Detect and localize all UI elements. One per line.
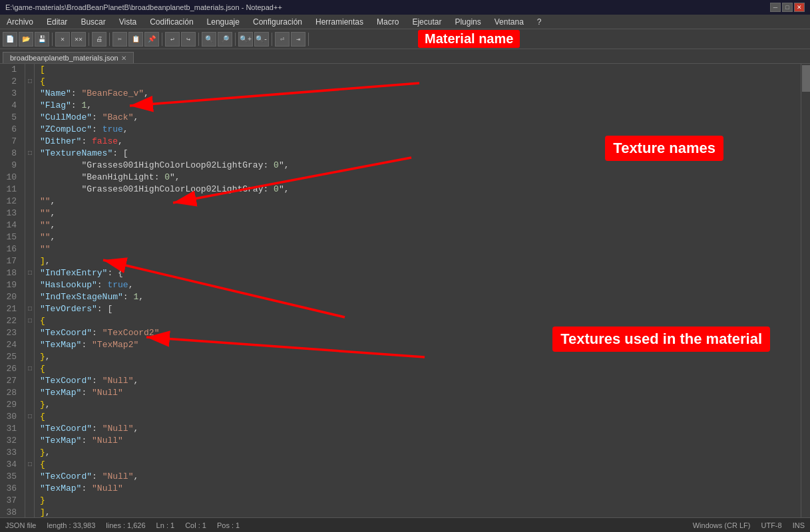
line-number: 2 (0, 76, 21, 88)
undo-button[interactable]: ↩ (165, 32, 180, 47)
status-lines: lines : 1,626 (106, 521, 145, 529)
line-number: 4 (0, 100, 21, 112)
maximize-button[interactable]: □ (782, 3, 793, 12)
fold-marker (25, 124, 35, 136)
new-button[interactable]: 📄 (3, 32, 17, 47)
menu-macro[interactable]: Macro (373, 16, 403, 28)
fold-marker (25, 112, 35, 124)
menu-herramientas[interactable]: Herramientas (311, 16, 367, 28)
code-line: "TexCoord": "Null", (40, 423, 795, 435)
menu-ejecutar[interactable]: Ejecutar (408, 16, 445, 28)
code-line: { (40, 76, 795, 88)
fold-marker (25, 339, 35, 351)
fold-marker (25, 172, 35, 184)
status-col: Col : 1 (185, 521, 206, 529)
fold-marker (25, 351, 35, 363)
scrollbar-thumb[interactable] (802, 65, 810, 92)
fold-marker (25, 100, 35, 112)
fold-marker (25, 471, 35, 483)
line-number: 29 (0, 399, 21, 411)
status-line-ending: Windows (CR LF) (693, 521, 751, 529)
fold-marker: □ (25, 363, 35, 375)
open-button[interactable]: 📂 (19, 32, 33, 47)
code-line: "" (40, 243, 795, 255)
line-number: 18 (0, 267, 21, 279)
code-line: ], (40, 507, 795, 517)
code-line: { (40, 459, 795, 471)
code-line: "", (40, 196, 795, 207)
line-number: 3 (0, 88, 21, 100)
status-bar: JSON file length : 33,983 lines : 1,626 … (0, 517, 810, 532)
fold-marker (25, 435, 35, 447)
code-line: }, (40, 351, 795, 363)
line-number: 35 (0, 471, 21, 483)
line-number: 28 (0, 387, 21, 399)
cut-button[interactable]: ✂ (112, 32, 127, 47)
save-button[interactable]: 💾 (35, 32, 49, 47)
fold-marker: □ (25, 303, 35, 315)
code-editor[interactable]: [{ "Name": "BeanFace_v", "Flag": 1, "Cul… (35, 64, 801, 517)
menu-codificacion[interactable]: Codificación (146, 16, 197, 28)
zoom-in-button[interactable]: 🔍+ (238, 32, 253, 47)
code-line: "Grasses001HighColorLoop02LightGray: 0", (40, 184, 795, 196)
menu-lenguaje[interactable]: Lenguaje (203, 16, 244, 28)
line-number: 30 (0, 411, 21, 423)
find-replace-button[interactable]: 🔎 (218, 32, 232, 47)
close-doc-button[interactable]: ✕ (55, 32, 70, 47)
close-button[interactable]: ✕ (794, 3, 805, 12)
code-line: "TexCoord": "Null", (40, 471, 795, 483)
copy-button[interactable]: 📋 (128, 32, 143, 47)
tab-close-icon[interactable]: ✕ (121, 55, 126, 62)
code-line: [ (40, 64, 795, 76)
line-number: 22 (0, 315, 21, 327)
code-line: "IndTexEntry": { (40, 267, 795, 279)
line-number: 8 (0, 148, 21, 160)
redo-button[interactable]: ↪ (181, 32, 196, 47)
fold-marker: □ (25, 411, 35, 423)
close-all-button[interactable]: ✕✕ (71, 32, 86, 47)
status-length: length : 33,983 (47, 521, 95, 529)
tab-main[interactable]: broadbeanplanetb_materials.json ✕ (3, 52, 134, 63)
code-line: ], (40, 255, 795, 267)
tab-label: broadbeanplanetb_materials.json (10, 54, 118, 62)
code-line: "TexCoord": "TexCoord2", (40, 327, 795, 339)
line-number: 14 (0, 219, 21, 231)
fold-marker (25, 483, 35, 495)
code-line: "Grasses001HighColorLoop02LightGray: 0", (40, 160, 795, 172)
code-line: "TevOrders": [ (40, 303, 795, 315)
fold-marker (25, 88, 35, 100)
line-number: 20 (0, 291, 21, 303)
fold-marker (25, 160, 35, 172)
line-number: 15 (0, 231, 21, 243)
toolbar: 📄 📂 💾 ✕ ✕✕ 🖨 ✂ 📋 📌 ↩ ↪ 🔍 🔎 🔍+ 🔍- ⏎ ⇥ Mat… (0, 29, 810, 49)
indent-button[interactable]: ⇥ (291, 32, 305, 47)
fold-marker (25, 243, 35, 255)
paste-button[interactable]: 📌 (144, 32, 159, 47)
title-text: E:\game-materials\BroadBeanPlanetB\broad… (5, 3, 282, 11)
fold-column: □□□□□□□□ (25, 64, 35, 517)
wrap-button[interactable]: ⏎ (275, 32, 290, 47)
menu-ventana[interactable]: Ventana (491, 16, 528, 28)
menu-editar[interactable]: Editar (43, 16, 71, 28)
code-line: "BeanHighLight: 0", (40, 172, 795, 184)
menu-plugins[interactable]: Plugins (451, 16, 485, 28)
menu-bar: Archivo Editar Buscar Vista Codificación… (0, 15, 810, 29)
menu-configuracion[interactable]: Configuración (249, 16, 306, 28)
menu-archivo[interactable]: Archivo (3, 16, 37, 28)
menu-help[interactable]: ? (533, 16, 546, 28)
line-number: 13 (0, 207, 21, 219)
code-line: "Dither": false, (40, 136, 795, 148)
line-number: 17 (0, 255, 21, 267)
zoom-out-button[interactable]: 🔍- (254, 32, 269, 47)
menu-vista[interactable]: Vista (115, 16, 140, 28)
scrollbar[interactable] (801, 64, 810, 517)
code-line: "IndTexStageNum": 1, (40, 291, 795, 303)
menu-buscar[interactable]: Buscar (77, 16, 109, 28)
minimize-button[interactable]: ─ (770, 3, 781, 12)
code-line: "TexCoord": "Null", (40, 375, 795, 387)
find-button[interactable]: 🔍 (202, 32, 216, 47)
print-button[interactable]: 🖨 (92, 32, 106, 47)
fold-marker (25, 447, 35, 459)
line-number: 33 (0, 447, 21, 459)
line-number: 25 (0, 351, 21, 363)
